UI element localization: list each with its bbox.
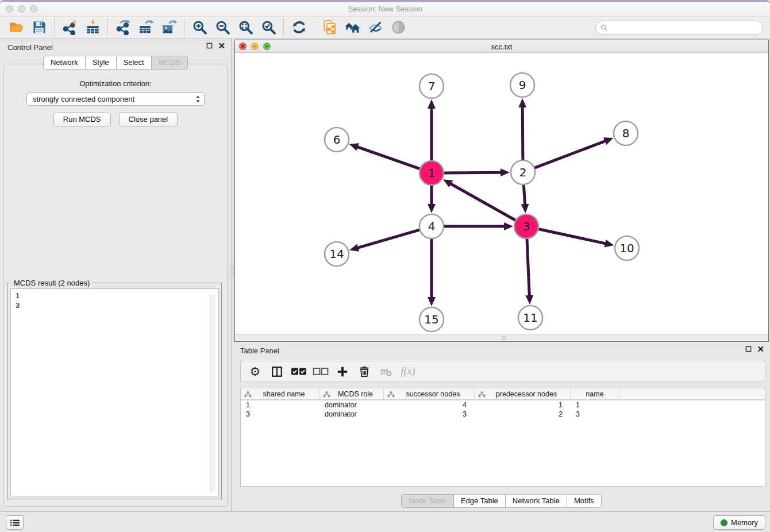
mcds-result-list[interactable]: 13	[10, 288, 219, 496]
tab-edge-table[interactable]: Edge Table	[453, 494, 505, 508]
tab-network[interactable]: Network	[43, 56, 85, 70]
clone-network-icon[interactable]	[318, 18, 341, 37]
splitter-grip[interactable]	[502, 336, 506, 340]
run-mcds-button[interactable]: Run MCDS	[53, 113, 111, 126]
tab-motifs[interactable]: Motifs	[567, 494, 602, 508]
zoom-selected-icon[interactable]	[257, 18, 280, 37]
node-8[interactable]: 8	[614, 121, 638, 145]
node-label: 4	[428, 219, 436, 233]
result-line: 3	[16, 300, 214, 310]
table-cell[interactable]: 1	[241, 400, 319, 410]
export-network-icon[interactable]	[111, 18, 134, 37]
node-label: 14	[329, 247, 344, 261]
float-table-panel-icon[interactable]	[745, 346, 752, 352]
tab-style[interactable]: Style	[85, 56, 116, 70]
delete-column-icon[interactable]	[355, 363, 374, 380]
app-title: Session: New Session	[0, 5, 770, 13]
export-table-icon[interactable]	[134, 18, 157, 37]
result-scrollbar[interactable]	[210, 295, 215, 493]
table-cell[interactable]: dominator	[319, 400, 384, 410]
edge-3-1[interactable]	[450, 183, 515, 220]
edge-2-8[interactable]	[535, 141, 606, 168]
deselect-all-columns-icon[interactable]	[311, 363, 330, 380]
import-network-icon[interactable]	[58, 18, 81, 37]
toolbar-separator	[107, 18, 108, 37]
refresh-view-icon[interactable]	[287, 18, 310, 37]
column-header-name[interactable]: name	[571, 388, 619, 399]
zoom-out-icon[interactable]	[211, 18, 234, 37]
search-input[interactable]	[611, 24, 758, 32]
table-row[interactable]: 1dominator411	[241, 400, 765, 410]
node-1[interactable]: 1	[419, 161, 444, 185]
edge-2-3[interactable]	[523, 185, 525, 205]
table-panel: Table Panel ✕ ⚙f(x) shared nameMCDS role…	[233, 342, 770, 511]
node-14[interactable]: 14	[325, 242, 349, 266]
edge-2-9[interactable]	[522, 106, 523, 160]
table-cell[interactable]: 3	[571, 410, 619, 419]
node-3[interactable]: 3	[514, 214, 538, 238]
node-label: 8	[622, 126, 630, 140]
control-panel-tabbar: NetworkStyleSelectMCDS	[0, 56, 231, 70]
edge-3-11[interactable]	[527, 239, 529, 296]
mcds-tab-content: Optimization criterion: strongly connect…	[3, 64, 228, 507]
zoom-fit-icon[interactable]	[234, 18, 257, 37]
edge-1-2[interactable]	[444, 172, 502, 173]
node-9[interactable]: 9	[510, 73, 534, 97]
search-box[interactable]	[595, 21, 763, 34]
save-session-icon[interactable]	[28, 18, 51, 37]
memory-button[interactable]: Memory	[713, 515, 765, 530]
table-panel-title: Table Panel	[240, 346, 279, 355]
node-4[interactable]: 4	[419, 214, 444, 238]
node-7[interactable]: 7	[419, 74, 444, 98]
table-cell[interactable]: 3	[241, 410, 319, 419]
column-header-mcds-role[interactable]: MCDS role	[319, 388, 384, 399]
close-panel-icon[interactable]: ✕	[218, 43, 225, 49]
add-column-icon[interactable]	[333, 363, 352, 380]
vertical-splitter-grip[interactable]	[230, 266, 234, 276]
tab-select[interactable]: Select	[116, 56, 151, 70]
node-15[interactable]: 15	[419, 307, 444, 331]
edge-3-10[interactable]	[539, 229, 606, 244]
tab-mcds[interactable]: MCDS	[151, 56, 188, 70]
table-cell[interactable]: dominator	[319, 410, 384, 419]
table-cell[interactable]: 2	[475, 410, 571, 419]
table-cell[interactable]: 1	[571, 400, 619, 410]
zoom-in-icon[interactable]	[188, 18, 211, 37]
home-view-icon[interactable]	[341, 18, 364, 37]
edge-4-14[interactable]	[357, 230, 419, 248]
table-cell[interactable]: 3	[384, 410, 475, 419]
select-all-columns-icon[interactable]	[289, 363, 309, 380]
hide-selected-icon[interactable]	[364, 18, 387, 37]
export-image-icon[interactable]	[157, 18, 180, 37]
close-table-panel-icon[interactable]: ✕	[757, 346, 764, 352]
node-10[interactable]: 10	[615, 236, 639, 260]
table-settings-icon[interactable]: ⚙	[245, 363, 265, 380]
open-session-icon[interactable]	[5, 18, 28, 37]
node-2[interactable]: 2	[511, 160, 535, 184]
tab-node-table[interactable]: Node Table	[401, 494, 453, 508]
node-6[interactable]: 6	[325, 128, 349, 152]
table-cell[interactable]: 4	[384, 400, 475, 410]
table-header-row: shared nameMCDS rolesuccessor nodesprede…	[241, 388, 765, 400]
float-panel-icon[interactable]	[206, 43, 213, 49]
table-row[interactable]: 3dominator323	[241, 410, 765, 419]
network-canvas[interactable]: 1234678910111415	[235, 53, 768, 334]
list-icon	[10, 519, 20, 527]
close-panel-button[interactable]: Close panel	[119, 113, 178, 126]
network-window-titlebar[interactable]: ✕ − + scc.txt	[235, 40, 768, 53]
table-cell[interactable]: 1	[475, 400, 571, 410]
column-header-predecessor-nodes[interactable]: predecessor nodes	[475, 388, 571, 399]
node-11[interactable]: 11	[518, 306, 542, 330]
memory-label: Memory	[731, 518, 758, 527]
tab-network-table[interactable]: Network Table	[505, 494, 567, 508]
column-options-icon[interactable]	[267, 363, 287, 380]
import-table-icon[interactable]	[81, 18, 104, 37]
edge-1-6[interactable]	[357, 147, 419, 168]
task-history-button[interactable]	[6, 515, 24, 530]
attribute-tree-icon	[387, 391, 395, 398]
node-label: 1	[428, 166, 436, 180]
column-header-successor-nodes[interactable]: successor nodes	[384, 388, 475, 399]
result-line: 1	[16, 291, 214, 300]
criterion-dropdown[interactable]: strongly connected component	[26, 92, 205, 106]
column-header-shared-name[interactable]: shared name	[241, 388, 319, 399]
